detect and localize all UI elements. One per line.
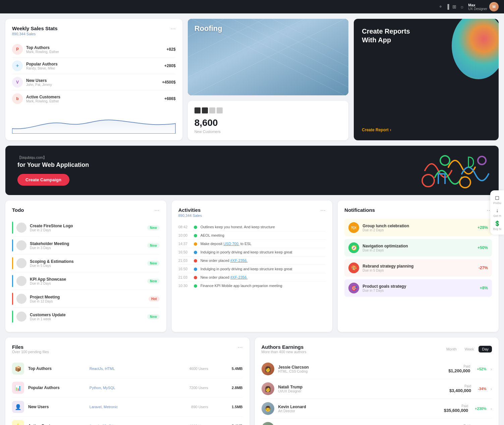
sidebar-label: Buy N — [493, 227, 501, 231]
todo-info: Stakeholder Meeting Due in 3 Days — [30, 241, 144, 250]
brightness-icon[interactable]: ☼ — [460, 4, 464, 9]
stat-sub: Mark, Rowling, Esther — [26, 50, 163, 54]
notif-icon: 🧭 — [348, 242, 359, 253]
todo-bar — [12, 275, 13, 287]
buy-icon: 💲 — [494, 220, 501, 227]
period-day-button[interactable]: Day — [479, 346, 492, 352]
ae-title: Authors Earnings — [262, 344, 306, 350]
notif-due: Due in 5 Days — [362, 269, 475, 272]
sidebar-item-geth[interactable]: ↓ Get H — [493, 207, 501, 218]
row1: Weekly Sales Stats 890,344 Sales ⋯ P Top… — [5, 19, 499, 140]
wave-chart — [12, 113, 176, 134]
activity-text: Indulging in poorly driving and keep str… — [201, 250, 326, 254]
download-icon: ↓ — [496, 207, 499, 214]
todo-info: Project Meeting Due in 12 Days — [30, 295, 145, 303]
period-week-button[interactable]: Week — [461, 346, 478, 352]
todo-bar — [12, 222, 13, 234]
activity-time: 21:03 — [178, 258, 190, 263]
author-amount: $1,200,000 — [448, 368, 470, 373]
todo-badge: New — [147, 314, 160, 319]
file-name: Top Authors — [28, 366, 86, 371]
todo-title: Todo — [12, 207, 24, 213]
notif-due: Due in 2 Days — [362, 228, 474, 232]
avatar: 👩 — [262, 382, 274, 395]
chevron-right-icon[interactable]: › — [491, 386, 492, 391]
authors-earnings-card: Authors Earnings More than 400 new autho… — [255, 337, 499, 425]
activity-link[interactable]: USD 700. — [223, 242, 239, 246]
activity-text: Outlines keep you honest. And keep struc… — [201, 225, 326, 229]
todo-badge: New — [147, 243, 160, 248]
period-month-button[interactable]: Month — [443, 346, 460, 352]
create-campaign-button[interactable]: Create Campaign — [17, 174, 69, 186]
nc-icons — [194, 107, 342, 113]
list-item: 16:50 Indulging in poorly driving and ke… — [178, 265, 326, 273]
todo-info: Customers Update Due in 1 week — [30, 313, 144, 321]
activity-time: 08:42 — [178, 225, 190, 229]
notif-value: -27% — [479, 266, 488, 270]
options-icon[interactable]: ⋯ — [237, 344, 243, 350]
ae-period-selector: Month Week Day — [443, 346, 492, 352]
file-name: Popular Authors — [28, 385, 86, 390]
search-icon[interactable]: ⚬ — [439, 4, 443, 9]
create-report-button[interactable]: Create Report › — [362, 128, 491, 132]
stat-name: New Users — [26, 78, 159, 83]
author-info: Jessie Clarcson HTML, CSS Coding — [278, 365, 445, 373]
svg-point-11 — [440, 156, 450, 165]
stat-info: Active Customers Mark, Rowling, Esther — [26, 95, 161, 103]
list-item: V New Users John, Pat, Jimmy +4500$ — [12, 74, 176, 91]
list-item: 10:30 Finance KPI Mobile app launch prep… — [178, 282, 326, 290]
list-item: ⭐ Active Customers AngularJS, C# 4600 Us… — [12, 417, 243, 425]
file-tech: Laravel, Metronic — [90, 405, 166, 409]
list-item: 🧭 Navigation optimization Due in 2 Days … — [344, 239, 492, 256]
options-icon[interactable]: ⋯ — [320, 207, 326, 214]
activities-title: Activities — [178, 207, 202, 213]
activity-dot — [194, 276, 197, 279]
todo-name: Create FireStone Logo — [30, 224, 144, 228]
stat-value: +280$ — [164, 63, 176, 68]
activity-link[interactable]: #XF-2356. — [230, 275, 247, 279]
stat-sub: John, Pat, Jimmy — [26, 83, 159, 87]
stat-name: Active Customers — [26, 95, 161, 99]
ae-subtitle: More than 400 new authors — [262, 350, 306, 354]
chevron-right-icon[interactable]: › — [491, 367, 492, 372]
author-name: Jessie Clarcson — [278, 365, 445, 370]
chevron-right-icon[interactable]: › — [491, 406, 492, 411]
card-title-group: Weekly Sales Stats 890,344 Sales — [12, 26, 58, 36]
list-item: 14:37 Make deposit USD 700. to ESL — [178, 240, 326, 248]
list-item: 📦 Top Authors ReactJs, HTML 4600 Users 5… — [12, 359, 243, 378]
card-header: Files Over 100 pending files ⋯ — [12, 344, 243, 354]
svg-point-12 — [460, 177, 470, 188]
activity-time: 21:03 — [178, 275, 190, 279]
todo-info: Scoping & Estimations Due in 5 Days — [30, 259, 144, 268]
activity-link[interactable]: #XF-2356. — [230, 258, 247, 263]
activity-dot — [194, 284, 197, 288]
options-icon[interactable]: ⋯ — [170, 26, 176, 32]
list-item: Stakeholder Meeting Due in 3 Days New — [12, 237, 160, 254]
nc-square-dark2 — [202, 107, 208, 113]
activity-time: 16:50 — [178, 267, 190, 271]
list-item: 👤 New Users Laravel, Metronic 890 Users … — [12, 397, 243, 417]
sidebar-item-prebu[interactable]: ◻ Prebu — [493, 194, 501, 205]
avatar: 👩 — [262, 363, 274, 375]
options-icon[interactable]: ⋯ — [154, 207, 160, 214]
avatar[interactable]: M — [489, 2, 499, 11]
author-change: +230% — [475, 407, 487, 411]
todo-badge: Hot — [149, 296, 160, 301]
campaign-decoration — [418, 146, 492, 195]
weekly-sales-card: Weekly Sales Stats 890,344 Sales ⋯ P Top… — [5, 19, 182, 140]
avatar — [16, 312, 26, 322]
file-icon: 📊 — [12, 382, 24, 394]
stat-value: +4500$ — [162, 80, 175, 85]
list-item: Scoping & Estimations Due in 5 Days New — [12, 254, 160, 272]
topbar-icons: ⚬ ▐ ⊞ ☼ — [439, 4, 464, 9]
grid-icon[interactable]: ⊞ — [452, 4, 456, 9]
notif-name: Product goals strategy — [362, 284, 476, 289]
stat-info: Top Authors Mark, Rowling, Esther — [26, 45, 163, 54]
todo-bar — [12, 257, 13, 269]
sidebar-item-buyn[interactable]: 💲 Buy N — [493, 220, 501, 231]
author-stats: Paid $35,600,000 — [444, 404, 468, 413]
paid-label: Paid — [448, 365, 470, 368]
todo-due: Due in 2 Days — [30, 282, 144, 285]
activity-text: AEOL meeting — [201, 233, 326, 237]
card-header: Notifications ⋯ — [344, 207, 492, 214]
